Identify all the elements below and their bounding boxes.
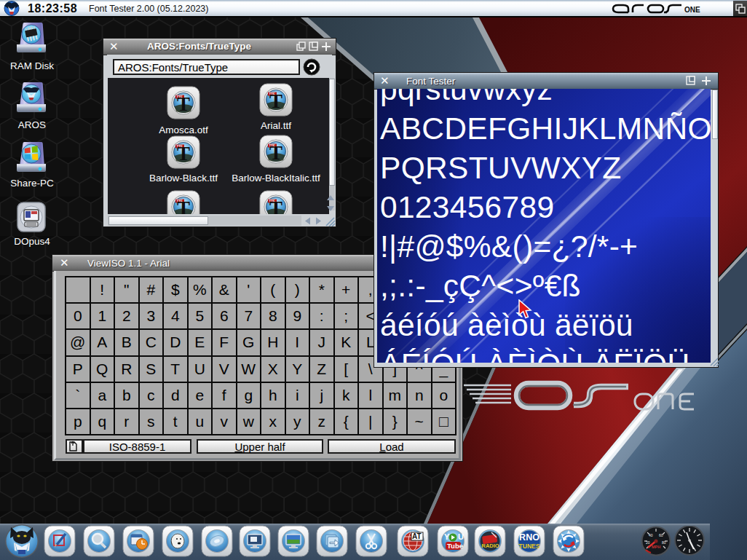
svg-text:Tube: Tube (447, 542, 463, 550)
svg-text:60: 60 (659, 533, 663, 537)
svg-text:ONE: ONE (684, 6, 700, 14)
svg-text:MPH: MPH (652, 545, 660, 549)
svg-text:RADIO: RADIO (482, 543, 499, 549)
svg-text:80: 80 (662, 540, 666, 545)
svg-text:20: 20 (646, 540, 650, 545)
svg-text:U: U (458, 532, 464, 541)
svg-text:AT: AT (412, 532, 422, 540)
svg-text:TUNES: TUNES (519, 543, 540, 550)
svg-text:RNO: RNO (519, 532, 540, 543)
svg-text:40: 40 (649, 533, 653, 537)
